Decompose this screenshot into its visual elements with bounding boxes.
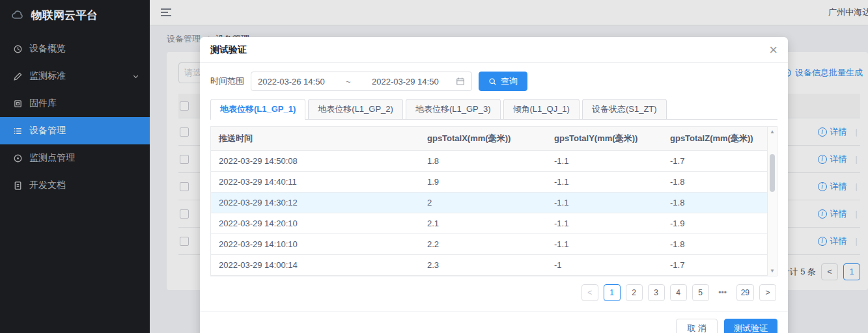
column-header: gpsTotalX(mm(毫米)) xyxy=(419,127,546,150)
cell-gps-y: -1.1 xyxy=(546,234,662,254)
query-button[interactable]: 查询 xyxy=(479,72,527,91)
cell-gps-y: -1 xyxy=(546,255,662,275)
pagination-next[interactable]: > xyxy=(759,284,776,301)
cell-gps-z: -1.7 xyxy=(662,151,777,171)
scrollbar-thumb[interactable] xyxy=(770,154,775,192)
table-row: 2022-03-29 14:00:14 2.3 -1 -1.7 xyxy=(211,255,777,276)
close-icon[interactable]: × xyxy=(769,43,777,57)
cell-gps-z: -1.8 xyxy=(662,172,777,192)
cell-gps-y: -1.1 xyxy=(546,151,662,171)
cell-gps-x: 1.9 xyxy=(419,172,546,192)
tab-s1-zt[interactable]: 设备状态(S1_ZT) xyxy=(582,99,667,119)
tab-l1-qj-1[interactable]: 倾角(L1_QJ_1) xyxy=(503,99,580,119)
column-header: gpsTotalY(mm(毫米)) xyxy=(546,127,662,150)
cell-push-time: 2022-03-29 14:10:10 xyxy=(211,234,419,254)
modal-header: 测试验证 × xyxy=(200,37,788,63)
modal-pagination: < 1 2 3 4 5 ••• 29 > xyxy=(212,284,776,301)
date-end-value: 2022-03-29 14:50 xyxy=(372,77,439,87)
calendar-icon xyxy=(456,77,465,86)
cell-gps-z: -1.9 xyxy=(662,213,777,233)
cell-gps-x: 2.2 xyxy=(419,234,546,254)
sensor-tabs: 地表位移(L1_GP_1) 地表位移(L1_GP_2) 地表位移(L1_GP_3… xyxy=(210,99,777,120)
tab-l1-gp-3[interactable]: 地表位移(L1_GP_3) xyxy=(406,99,501,119)
modal-footer: 取 消 测试验证 xyxy=(200,312,788,333)
pagination-page-3[interactable]: 3 xyxy=(648,284,665,301)
search-icon xyxy=(488,77,497,86)
column-header: 推送时间 xyxy=(211,127,419,150)
table-scrollbar[interactable]: ▲ ▼ xyxy=(767,127,777,276)
pagination-page-29[interactable]: 29 xyxy=(736,284,754,301)
cell-gps-x: 2 xyxy=(419,193,546,213)
pagination-page-4[interactable]: 4 xyxy=(670,284,687,301)
cell-push-time: 2022-03-29 14:00:14 xyxy=(211,255,419,275)
cell-gps-z: -1.7 xyxy=(662,255,777,275)
cell-push-time: 2022-03-29 14:20:10 xyxy=(211,213,419,233)
table-row: 2022-03-29 14:40:11 1.9 -1.1 -1.8 xyxy=(211,172,777,193)
cancel-button[interactable]: 取 消 xyxy=(676,319,718,333)
time-range-label: 时间范围 xyxy=(210,75,244,87)
table-row: 2022-03-29 14:10:10 2.2 -1.1 -1.8 xyxy=(211,234,777,255)
cell-gps-x: 1.8 xyxy=(419,151,546,171)
pagination-page-1[interactable]: 1 xyxy=(604,284,621,301)
cell-push-time: 2022-03-29 14:50:08 xyxy=(211,151,419,171)
column-header: gpsTotalZ(mm(毫米)) xyxy=(662,127,777,150)
data-table-header-row: 推送时间 gpsTotalX(mm(毫米)) gpsTotalY(mm(毫米))… xyxy=(211,127,777,151)
tab-l1-gp-2[interactable]: 地表位移(L1_GP_2) xyxy=(308,99,403,119)
cell-gps-y: -1.1 xyxy=(546,193,662,213)
cell-gps-x: 2.1 xyxy=(419,213,546,233)
test-verify-modal: 测试验证 × 时间范围 2022-03-26 14:50 ~ 2022-03-2… xyxy=(200,37,788,333)
modal-title: 测试验证 xyxy=(210,44,247,56)
app-root: 物联网云平台 设备概览 监测标准 固件库 设备管理 监测点管理 xyxy=(0,0,868,333)
date-range-separator: ~ xyxy=(346,77,351,87)
scroll-up-icon[interactable]: ▲ xyxy=(770,129,775,135)
cell-push-time: 2022-03-29 14:40:11 xyxy=(211,172,419,192)
tab-l1-gp-1[interactable]: 地表位移(L1_GP_1) xyxy=(210,99,305,120)
cell-gps-x: 2.3 xyxy=(419,255,546,275)
time-range-row: 时间范围 2022-03-26 14:50 ~ 2022-03-29 14:50… xyxy=(210,72,777,91)
modal-body: 时间范围 2022-03-26 14:50 ~ 2022-03-29 14:50… xyxy=(200,63,788,312)
scroll-down-icon[interactable]: ▼ xyxy=(770,268,775,274)
date-start-value: 2022-03-26 14:50 xyxy=(258,77,325,87)
date-range-input[interactable]: 2022-03-26 14:50 ~ 2022-03-29 14:50 xyxy=(251,72,472,91)
cell-push-time: 2022-03-29 14:30:12 xyxy=(211,193,419,213)
table-row: 2022-03-29 14:50:08 1.8 -1.1 -1.7 xyxy=(211,151,777,172)
cell-gps-z: -1.8 xyxy=(662,193,777,213)
confirm-test-button[interactable]: 测试验证 xyxy=(724,319,777,333)
cell-gps-y: -1.1 xyxy=(546,172,662,192)
data-table: 推送时间 gpsTotalX(mm(毫米)) gpsTotalY(mm(毫米))… xyxy=(210,126,777,276)
pagination-prev[interactable]: < xyxy=(581,284,598,301)
cell-gps-y: -1.1 xyxy=(546,213,662,233)
table-row: 2022-03-29 14:20:10 2.1 -1.1 -1.9 xyxy=(211,213,777,234)
cell-gps-z: -1.8 xyxy=(662,234,777,254)
pagination-ellipsis[interactable]: ••• xyxy=(714,284,731,301)
pagination-page-5[interactable]: 5 xyxy=(692,284,709,301)
pagination-page-2[interactable]: 2 xyxy=(626,284,643,301)
table-row-highlighted: 2022-03-29 14:30:12 2 -1.1 -1.8 xyxy=(211,193,777,213)
